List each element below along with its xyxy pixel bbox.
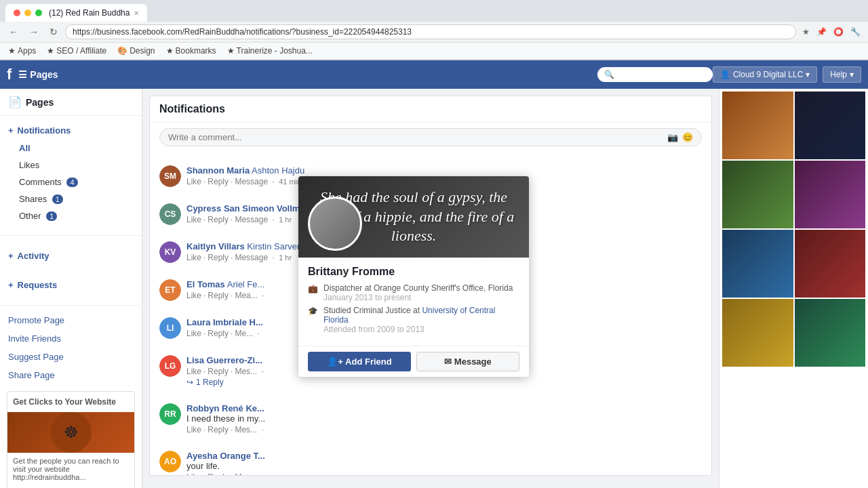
comment-action-like[interactable]: Like bbox=[186, 215, 201, 224]
comment-name-link[interactable]: Kirstin Sarver bbox=[245, 241, 300, 251]
comment-name-link[interactable]: Ariel Fe... bbox=[225, 279, 265, 289]
comment-action-like[interactable]: Like bbox=[186, 291, 201, 300]
emoji-icon[interactable]: 😊 bbox=[682, 132, 693, 142]
message-button[interactable]: ✉ Message bbox=[416, 352, 519, 371]
comment-item-inner: RR Robbyn René Ke... I need these in my.… bbox=[159, 401, 702, 437]
comment-action-me...[interactable]: Me... bbox=[235, 329, 253, 338]
bookmark-apps[interactable]: ★ Apps bbox=[5, 45, 39, 57]
photo-item[interactable] bbox=[722, 230, 793, 298]
camera-icon[interactable]: 📷 bbox=[667, 132, 678, 142]
refresh-button[interactable]: ↻ bbox=[46, 25, 61, 39]
comment-action-reply[interactable]: Reply bbox=[208, 329, 229, 338]
sidebar-item-other[interactable]: Other 1 bbox=[0, 207, 142, 224]
address-bar[interactable] bbox=[65, 24, 796, 39]
activity-section-title[interactable]: + Activity bbox=[0, 247, 142, 265]
reply-toggle[interactable]: 1 Reply bbox=[186, 378, 702, 387]
comment-text: your life. bbox=[186, 461, 702, 471]
circle-icon[interactable]: ⭕ bbox=[831, 26, 846, 38]
requests-section-title[interactable]: + Requests bbox=[0, 276, 142, 294]
notifications-section-title[interactable]: + Notifications bbox=[0, 121, 142, 140]
account-icon: 👤 bbox=[720, 70, 730, 79]
write-comment-input[interactable] bbox=[168, 132, 667, 142]
comment-action-reply[interactable]: Reply bbox=[208, 425, 229, 434]
tab-minimize-btn[interactable] bbox=[24, 9, 31, 16]
help-button[interactable]: Help ▾ bbox=[823, 66, 861, 83]
pin-icon[interactable]: 📌 bbox=[814, 26, 829, 38]
comment-name[interactable]: El Tomas bbox=[186, 279, 225, 289]
tab-maximize-btn[interactable] bbox=[35, 9, 42, 16]
bookmark-icon[interactable]: ★ bbox=[800, 26, 812, 38]
comment-action-like[interactable]: Like bbox=[186, 329, 201, 338]
photo-item[interactable] bbox=[795, 299, 866, 367]
promote-page-link[interactable]: Promote Page bbox=[0, 311, 142, 329]
suggest-page-link[interactable]: Suggest Page bbox=[0, 348, 142, 366]
dot: · bbox=[257, 329, 259, 338]
browser-tab[interactable]: (12) Red Rain Buddha ✕ bbox=[5, 4, 147, 22]
sidebar-item-all[interactable]: All bbox=[0, 140, 142, 157]
comment-name[interactable]: Shannon Maria bbox=[186, 165, 250, 176]
photo-item[interactable] bbox=[795, 161, 866, 228]
comment-action-mes...[interactable]: Mes... bbox=[235, 425, 257, 434]
bookmark-design[interactable]: 🎨 Design bbox=[115, 45, 157, 57]
profile-name: Brittany Fromme bbox=[308, 266, 519, 278]
photo-item[interactable] bbox=[722, 92, 793, 159]
bookmark-trainerize[interactable]: ★ Trainerize - Joshua... bbox=[224, 45, 315, 57]
comment-action-like[interactable]: Like bbox=[186, 472, 201, 475]
bookmark-seo[interactable]: ★ SEO / Affiliate bbox=[44, 45, 109, 57]
comment-name[interactable]: Cypress San Simeon Vollmer bbox=[186, 203, 309, 214]
ad-image: ☸ bbox=[7, 412, 134, 453]
sidebar-item-comments[interactable]: Comments 4 bbox=[0, 174, 142, 190]
comment-action-reply[interactable]: Reply bbox=[208, 291, 229, 300]
requests-section: + Requests bbox=[0, 270, 142, 300]
comment-action-like[interactable]: Like bbox=[186, 253, 201, 262]
comment-name[interactable]: Ayesha Orange T... bbox=[186, 451, 265, 461]
comment-action-mea...[interactable]: Mea... bbox=[235, 291, 257, 300]
comment-action-message[interactable]: Message bbox=[235, 177, 268, 186]
photo-item[interactable] bbox=[722, 299, 793, 367]
write-comment-bar[interactable]: 📷 😊 bbox=[159, 128, 702, 146]
tab-close-btn[interactable] bbox=[14, 9, 20, 16]
extensions-icon[interactable]: 🔧 bbox=[848, 26, 863, 38]
profile-info: Brittany Fromme 💼 Dispatcher at Orange C… bbox=[298, 258, 529, 346]
add-friend-button[interactable]: 👤+ Add Friend bbox=[308, 352, 411, 371]
comment-action-like[interactable]: Like bbox=[186, 367, 201, 376]
photo-item[interactable] bbox=[795, 92, 866, 159]
comment-action-mes...[interactable]: Mes... bbox=[235, 367, 257, 376]
sidebar-item-likes[interactable]: Likes bbox=[0, 157, 142, 174]
facebook-search-input[interactable] bbox=[597, 67, 713, 82]
comments-badge: 4 bbox=[66, 178, 77, 187]
university-link[interactable]: University of Central Florida bbox=[323, 306, 495, 325]
comment-action-mes...[interactable]: Mes... bbox=[235, 472, 257, 475]
comment-action-message[interactable]: Message bbox=[235, 253, 268, 262]
comment-name[interactable]: Lisa Guerrero-Zi... bbox=[186, 355, 262, 365]
pages-label[interactable]: ☰ Pages bbox=[18, 69, 58, 80]
bookmark-bookmarks[interactable]: ★ Bookmarks bbox=[163, 45, 219, 57]
account-button[interactable]: 👤 Cloud 9 Digital LLC ▾ bbox=[713, 66, 817, 83]
back-button[interactable]: ← bbox=[5, 25, 22, 39]
comment-action-reply[interactable]: Reply bbox=[208, 472, 229, 475]
comment-action-like[interactable]: Like bbox=[186, 425, 201, 434]
comment-action-reply[interactable]: Reply bbox=[208, 253, 229, 262]
comment-name[interactable]: Robbyn René Ke... bbox=[186, 403, 264, 413]
comment-name[interactable]: Kaitlyn Villars bbox=[186, 241, 245, 251]
profile-job: 💼 Dispatcher at Orange County Sheriff's … bbox=[308, 283, 519, 302]
forward-button[interactable]: → bbox=[26, 25, 42, 39]
comment-action-like[interactable]: Like bbox=[186, 177, 201, 186]
close-icon[interactable]: ✕ bbox=[134, 9, 139, 17]
comment-avatar: LG bbox=[159, 355, 181, 377]
dot: · bbox=[203, 177, 205, 186]
photo-item[interactable] bbox=[795, 230, 866, 298]
invite-friends-link[interactable]: Invite Friends bbox=[0, 329, 142, 348]
sidebar-item-shares[interactable]: Shares 1 bbox=[0, 190, 142, 207]
share-page-link[interactable]: Share Page bbox=[0, 366, 142, 384]
photo-item[interactable] bbox=[722, 161, 793, 228]
comment-action-reply[interactable]: Reply bbox=[208, 215, 229, 224]
comment-name[interactable]: Laura Imbriale H... bbox=[186, 317, 263, 327]
comment-action-reply[interactable]: Reply bbox=[208, 177, 229, 186]
comment-name-link[interactable]: Ashton Hajdu bbox=[250, 165, 304, 176]
comment-action-reply[interactable]: Reply bbox=[208, 367, 229, 376]
right-sidebar bbox=[719, 89, 868, 488]
browser-icon-area: ★ 📌 ⭕ 🔧 bbox=[800, 26, 863, 38]
comment-action-message[interactable]: Message bbox=[235, 215, 268, 224]
avatar-initials: ET bbox=[159, 279, 181, 301]
